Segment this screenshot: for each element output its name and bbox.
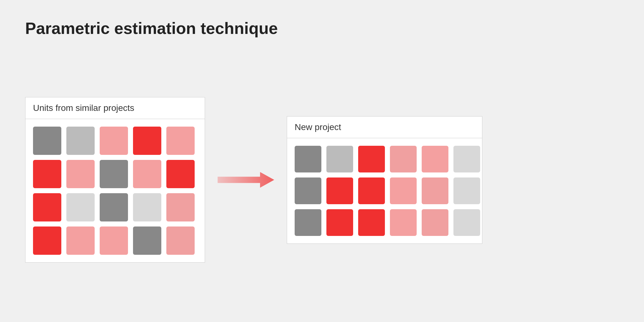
diagram-container: Units from similar projects New project [25,57,619,303]
grid-cell [133,226,161,255]
arrow-icon [218,172,274,188]
grid-cell [166,160,195,188]
grid-cell [66,193,95,221]
arrow-body [218,172,274,188]
grid-cell [422,146,448,172]
grid-cell [453,177,480,204]
grid-cell [133,160,161,188]
right-panel: New project [287,116,482,244]
grid-cell [33,226,61,255]
grid-cell [166,226,195,255]
left-panel: Units from similar projects [25,97,205,263]
grid-cell [33,127,61,155]
grid-cell [66,127,95,155]
grid-cell [358,177,385,204]
grid-cell [33,160,61,188]
page-title: Parametric estimation technique [25,19,619,38]
grid-cell [326,146,353,172]
grid-cell [133,193,161,221]
grid-cell [422,209,448,236]
grid-cell [295,146,321,172]
grid-cell [66,226,95,255]
grid-cell [66,160,95,188]
grid-cell [166,127,195,155]
grid-cell [100,160,128,188]
grid-cell [453,146,480,172]
left-grid [25,119,205,262]
grid-cell [100,193,128,221]
grid-cell [166,193,195,221]
grid-cell [295,209,321,236]
grid-cell [390,209,417,236]
grid-cell [133,127,161,155]
left-panel-label: Units from similar projects [25,97,205,119]
grid-cell [100,127,128,155]
grid-cell [358,146,385,172]
arrow-container [205,172,287,188]
grid-cell [422,177,448,204]
right-panel-label: New project [287,117,482,138]
grid-cell [326,177,353,204]
right-grid [287,138,482,243]
grid-cell [326,209,353,236]
grid-cell [453,209,480,236]
grid-cell [358,209,385,236]
grid-cell [390,177,417,204]
grid-cell [295,177,321,204]
grid-cell [100,226,128,255]
grid-cell [390,146,417,172]
grid-cell [33,193,61,221]
